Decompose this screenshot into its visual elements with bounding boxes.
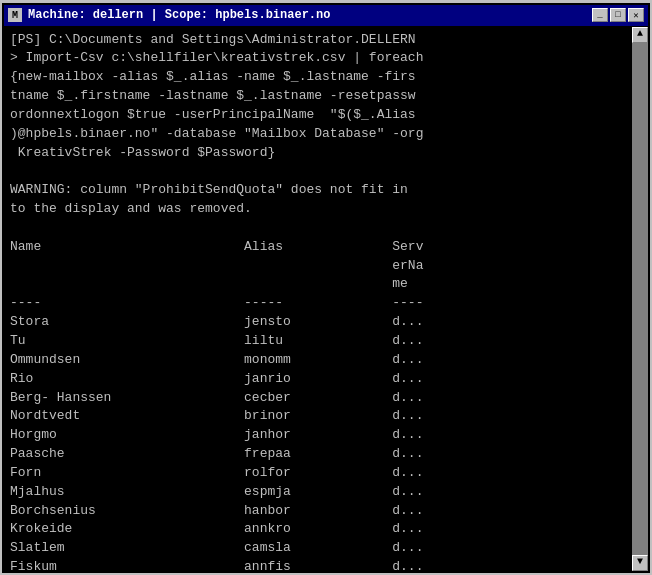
scroll-down-button[interactable]: ▼ [632, 555, 648, 571]
terminal-window: M Machine: dellern | Scope: hpbels.binae… [2, 3, 650, 573]
scroll-track[interactable] [632, 43, 648, 555]
window-title: Machine: dellern | Scope: hpbels.binaer.… [28, 8, 330, 22]
scrollbar[interactable]: ▲ ▼ [632, 27, 648, 571]
close-button[interactable]: ✕ [628, 8, 644, 22]
minimize-button[interactable]: _ [592, 8, 608, 22]
window-icon: M [8, 8, 22, 22]
title-bar: M Machine: dellern | Scope: hpbels.binae… [4, 5, 648, 27]
terminal-body: [PS] C:\Documents and Settings\Administr… [4, 27, 648, 571]
terminal-output: [PS] C:\Documents and Settings\Administr… [10, 31, 642, 571]
title-bar-left: M Machine: dellern | Scope: hpbels.binae… [8, 8, 330, 22]
window-controls: _ □ ✕ [592, 8, 644, 22]
maximize-button[interactable]: □ [610, 8, 626, 22]
scroll-up-button[interactable]: ▲ [632, 27, 648, 43]
